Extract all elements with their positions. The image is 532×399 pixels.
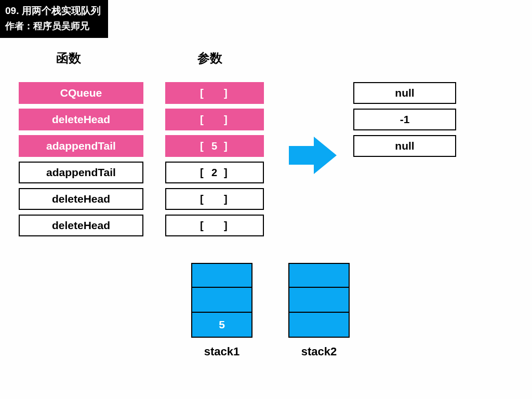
result-val: -1	[400, 113, 410, 126]
author-name: 程序员吴师兄	[33, 21, 89, 31]
results-column: null -1 null	[353, 82, 456, 157]
func-label: CQueue	[60, 87, 102, 99]
func-label: deleteHead	[52, 219, 110, 232]
func-row: CQueue	[19, 82, 143, 104]
param-row: []	[165, 188, 264, 210]
param-row: [2]	[165, 162, 264, 183]
svg-marker-0	[289, 137, 337, 174]
func-label: deleteHead	[52, 113, 110, 126]
stack2-wrap: stack2	[288, 263, 350, 358]
arrow-icon	[289, 135, 339, 178]
stack-slot	[288, 288, 350, 313]
param-row: []	[165, 109, 264, 130]
author-line: 作者：程序员吴师兄	[5, 19, 101, 34]
result-val: null	[395, 140, 414, 152]
author-prefix: 作者：	[5, 21, 33, 31]
stack-slot	[191, 263, 252, 288]
param-row: []	[165, 82, 264, 104]
stack-slot	[288, 263, 350, 288]
func-row: deleteHead	[19, 188, 143, 210]
func-label: deleteHead	[52, 193, 110, 205]
header-functions: 函数	[56, 50, 81, 66]
result-row: -1	[353, 109, 456, 130]
stack1: 5	[191, 263, 252, 338]
param-row: [5]	[165, 135, 264, 157]
problem-title: 09. 用两个栈实现队列	[5, 3, 101, 19]
header-params: 参数	[197, 50, 222, 66]
stack2-label: stack2	[301, 345, 337, 358]
func-row: deleteHead	[19, 109, 143, 130]
func-row: adappendTail	[19, 162, 143, 183]
functions-column: CQueue deleteHead adappendTail adappendT…	[19, 82, 143, 236]
param-val: 2	[205, 167, 224, 179]
params-column: [] [] [5] [2] [] []	[165, 82, 264, 236]
stack-slot: 5	[191, 313, 252, 338]
title-box: 09. 用两个栈实现队列 作者：程序员吴师兄	[0, 0, 108, 38]
stack2	[288, 263, 350, 338]
stack-slot	[191, 288, 252, 313]
func-row: deleteHead	[19, 215, 143, 236]
stack-slot-val: 5	[219, 318, 225, 331]
param-row: []	[165, 215, 264, 236]
result-row: null	[353, 82, 456, 104]
func-label: adappendTail	[46, 140, 116, 152]
stack1-wrap: 5 stack1	[191, 263, 252, 358]
func-row: adappendTail	[19, 135, 143, 157]
result-val: null	[395, 87, 414, 99]
stack-slot	[288, 313, 350, 338]
param-val: 5	[205, 140, 224, 152]
func-label: adappendTail	[46, 166, 116, 179]
result-row: null	[353, 135, 456, 157]
stack1-label: stack1	[204, 345, 240, 358]
